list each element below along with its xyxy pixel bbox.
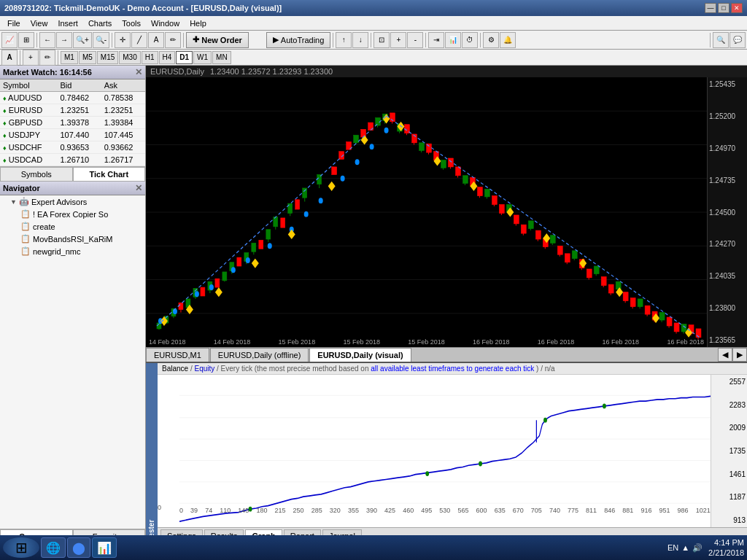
market-watch-row[interactable]: ♦ EURUSD 1.23251 1.23251: [0, 104, 145, 117]
tick-chart-btn[interactable]: Tick Chart: [73, 167, 146, 182]
menu-help[interactable]: Help: [185, 18, 211, 29]
back-btn[interactable]: ←: [39, 32, 55, 48]
taskbar-app-ie[interactable]: 🌐: [41, 537, 66, 558]
systray: EN ▲ 🔊: [667, 543, 703, 553]
tab-eurusd-daily-offline[interactable]: EURUSD,Daily (offline): [210, 348, 309, 362]
chart-zoom1[interactable]: +: [390, 32, 406, 48]
template-btn[interactable]: ⏱: [462, 32, 478, 48]
scroll-right-btn[interactable]: ⇥: [428, 32, 444, 48]
up-arrow: ▲: [681, 543, 689, 552]
svg-rect-51: [295, 200, 300, 209]
svg-rect-29: [266, 230, 271, 239]
market-watch-table: Symbol Bid Ask ♦ AUDUSD 0.78462 0.78538 …: [0, 79, 145, 166]
menu-file[interactable]: File: [3, 18, 25, 29]
tf-mn[interactable]: MN: [212, 51, 231, 64]
svg-rect-63: [354, 135, 359, 143]
start-button[interactable]: ⊞: [3, 537, 39, 558]
navigator-header: Navigator ✕: [0, 182, 145, 195]
new-chart-btn[interactable]: 📈: [1, 32, 18, 48]
tab-eurusd-daily-visual[interactable]: EURUSD,Daily (visual): [309, 348, 411, 362]
svg-rect-101: [565, 254, 570, 262]
svg-point-167: [384, 128, 389, 133]
buy-btn[interactable]: ↑: [336, 32, 352, 48]
forward-btn[interactable]: →: [56, 32, 72, 48]
mw-bid: 1.26710: [57, 154, 101, 166]
line-btn[interactable]: ╱: [131, 32, 147, 48]
chart-tab-prev[interactable]: ◀: [718, 348, 732, 362]
sell-btn[interactable]: ↓: [352, 32, 368, 48]
tf-w1[interactable]: W1: [193, 51, 212, 64]
maximize-button[interactable]: □: [718, 3, 729, 13]
market-watch-row[interactable]: ♦ USDJPY 107.440 107.445: [0, 129, 145, 141]
market-watch-close[interactable]: ✕: [135, 67, 142, 77]
svg-rect-87: [492, 196, 497, 205]
svg-point-159: [246, 257, 250, 263]
toolbar-2: A + ✏ M1 M5 M15 M30 H1 H4 D1 W1 MN: [0, 50, 747, 66]
taskbar-app-mt4[interactable]: 📊: [92, 537, 117, 558]
draw-btn[interactable]: ✏: [165, 32, 181, 48]
chart-svg: [146, 77, 707, 347]
chart-scroll-btn[interactable]: ⊞: [18, 32, 34, 48]
minimize-button[interactable]: —: [705, 3, 716, 13]
graph-area: 2557 2283 2009 1735 1461 1187 913 0: [158, 375, 747, 527]
taskbar-right: EN ▲ 🔊 4:14 PM 2/21/2018: [667, 537, 744, 559]
menu-insert[interactable]: Insert: [53, 18, 82, 29]
tf-m30[interactable]: M30: [119, 51, 140, 64]
close-button[interactable]: ✕: [731, 3, 743, 13]
auto-trading-button[interactable]: ▶ AutoTrading: [266, 32, 331, 48]
tf-m1[interactable]: M1: [61, 51, 78, 64]
menu-charts[interactable]: Charts: [84, 18, 116, 29]
tester-label[interactable]: Tester: [146, 363, 158, 544]
market-watch-row[interactable]: ♦ USDCAD 1.26710 1.26717: [0, 154, 145, 166]
market-watch-row[interactable]: ♦ GBPUSD 1.39378 1.39384: [0, 117, 145, 129]
chart-area[interactable]: 1.25435 1.25200 1.24970 1.24735 1.24500 …: [146, 77, 747, 347]
new-order-button[interactable]: ✚ New Order: [186, 32, 249, 48]
taskbar-app-chrome[interactable]: ⬤: [67, 537, 90, 558]
tf-d1[interactable]: D1: [176, 51, 193, 64]
tf-h4[interactable]: H4: [159, 51, 176, 64]
menu-view[interactable]: View: [26, 18, 53, 29]
tf-h1[interactable]: H1: [142, 51, 158, 64]
tab-eurusd-m1[interactable]: EURUSD,M1: [146, 348, 209, 362]
nav-ea-newgrid[interactable]: 📋 newgrid_nmc: [0, 245, 145, 257]
crosshair-tool[interactable]: +: [23, 50, 39, 66]
svg-point-162: [304, 211, 309, 217]
mt4-icon: 📊: [97, 541, 112, 555]
menu-tools[interactable]: Tools: [117, 18, 145, 29]
tester-panel: Tester Balance / Equity / Every tick (th…: [146, 362, 747, 544]
svg-rect-105: [587, 269, 592, 278]
symbols-btn[interactable]: Symbols: [0, 167, 73, 182]
svg-rect-141: [550, 236, 555, 244]
crosshair-btn[interactable]: ✛: [115, 32, 131, 48]
zoom-in-btn[interactable]: 🔍+: [73, 32, 92, 48]
comment-btn[interactable]: 💬: [729, 32, 746, 48]
chart-zoom2[interactable]: -: [407, 32, 423, 48]
nav-ea-create[interactable]: 📋 create: [0, 220, 145, 233]
menu-window[interactable]: Window: [147, 18, 184, 29]
indicators-btn[interactable]: 📊: [445, 32, 461, 48]
alert-btn[interactable]: 🔔: [500, 32, 516, 48]
zoom-out-btn[interactable]: 🔍-: [93, 32, 109, 48]
nav-ea-1[interactable]: 📋 ! EA Forex Copier So: [0, 208, 145, 220]
zoom-fit-btn[interactable]: ⊡: [374, 32, 390, 48]
svg-point-163: [319, 198, 323, 203]
font-btn[interactable]: A: [1, 50, 18, 66]
nav-ea-movbands[interactable]: 📋 MovBandsRSI_KaRiM: [0, 233, 145, 245]
search-btn[interactable]: 🔍: [713, 32, 729, 48]
settings-btn[interactable]: ⚙: [483, 32, 499, 48]
navigator-close[interactable]: ✕: [135, 183, 142, 193]
tf-m5[interactable]: M5: [79, 51, 96, 64]
market-watch-row[interactable]: ♦ USDCHF 0.93653 0.93662: [0, 141, 145, 154]
tf-m15[interactable]: M15: [97, 51, 118, 64]
order-spacer: [249, 32, 266, 48]
chrome-icon: ⬤: [72, 541, 85, 555]
graph-x-axis: 0 39 74 110 145 180 215 250 285 320 355 …: [179, 507, 711, 514]
chart-tab-next[interactable]: ▶: [732, 348, 747, 362]
pen-tool[interactable]: ✏: [39, 50, 55, 66]
chart-tabs: EURUSD,M1 EURUSD,Daily (offline) EURUSD,…: [146, 347, 747, 362]
svg-rect-95: [535, 230, 541, 239]
text-btn[interactable]: A: [148, 32, 164, 48]
svg-rect-119: [667, 317, 672, 326]
nav-expert-advisors[interactable]: ▼ 🤖 Expert Advisors: [0, 195, 145, 208]
market-watch-row[interactable]: ♦ AUDUSD 0.78462 0.78538: [0, 92, 145, 104]
